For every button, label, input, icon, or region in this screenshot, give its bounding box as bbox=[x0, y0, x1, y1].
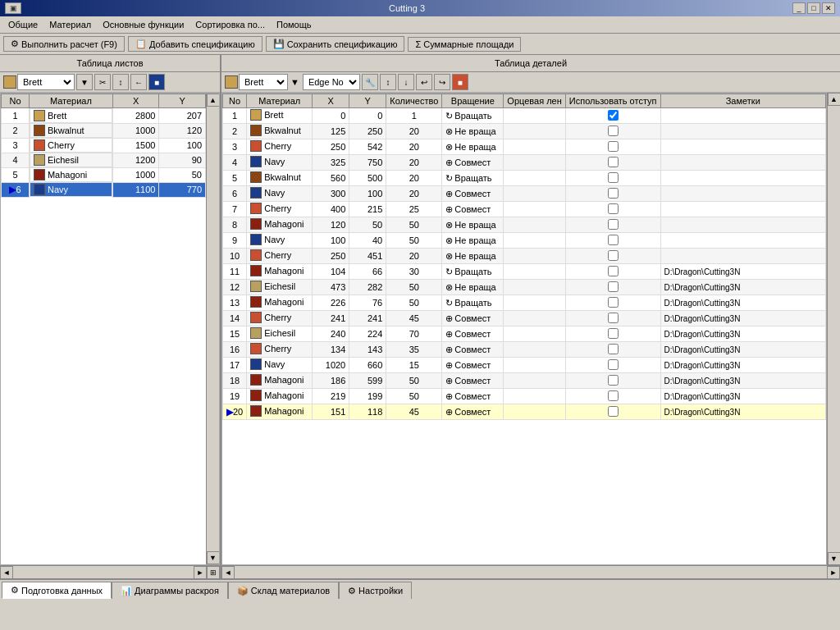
left-table-row[interactable]: 3 Cherry 1500 100 bbox=[2, 138, 206, 153]
summary-button[interactable]: Σ Суммарные площади bbox=[408, 37, 521, 52]
left-cell-y: 770 bbox=[159, 182, 206, 197]
right-cell-y: 66 bbox=[349, 264, 386, 280]
right-cell-indent[interactable] bbox=[565, 249, 660, 264]
left-sort[interactable]: ↕ bbox=[112, 74, 129, 90]
right-cell-indent[interactable] bbox=[565, 404, 660, 420]
right-table-row[interactable]: 2 Bkwalnut 125 250 20 ⊗ Не враща bbox=[223, 124, 826, 139]
right-table-row[interactable]: 4 Navy 325 750 20 ⊕ Совмест bbox=[223, 155, 826, 171]
tab-diagrams[interactable]: 📊 Диаграммы раскроя bbox=[112, 582, 228, 599]
menu-material[interactable]: Материал bbox=[44, 18, 96, 31]
right-cell-indent[interactable] bbox=[565, 358, 660, 373]
right-table-row[interactable]: 19 Mahagoni 219 199 50 ⊕ Совмест D:\Drag… bbox=[223, 389, 826, 404]
right-tool-5[interactable]: ↪ bbox=[434, 74, 450, 90]
right-table-row[interactable]: 14 Cherry 241 241 45 ⊕ Совмест D:\Dragon… bbox=[223, 311, 826, 326]
right-table-row[interactable]: 17 Navy 1020 660 15 ⊕ Совмест D:\Dragon\… bbox=[223, 358, 826, 373]
left-hscroll-left[interactable]: ◄ bbox=[0, 566, 13, 579]
menu-help[interactable]: Помощь bbox=[272, 18, 317, 31]
right-cell-indent[interactable] bbox=[565, 233, 660, 249]
right-cell-indent[interactable] bbox=[565, 202, 660, 217]
left-material-dropdown[interactable]: Brett bbox=[17, 74, 75, 90]
left-table-row[interactable]: 1 Brett 2800 207 bbox=[2, 108, 206, 124]
right-hscroll-left[interactable]: ◄ bbox=[221, 566, 235, 579]
right-cell-rotation: ⊕ Совмест bbox=[442, 326, 504, 342]
left-tool-3[interactable]: ← bbox=[130, 74, 147, 90]
rotation-icon: ⊗ bbox=[445, 282, 453, 293]
left-table-container[interactable]: No Материал X Y 1 Brett 2800 207 2 Bkwal… bbox=[0, 93, 220, 565]
right-cell-indent[interactable] bbox=[565, 171, 660, 186]
left-scroll-up[interactable]: ▲ bbox=[207, 94, 220, 107]
save-spec-button[interactable]: 💾 Сохранить спецификацию bbox=[266, 36, 405, 52]
right-table-row[interactable]: 5 Bkwalnut 560 500 20 ↻ Вращать bbox=[223, 171, 826, 186]
right-table-row[interactable]: 7 Cherry 400 215 25 ⊕ Совмест bbox=[223, 202, 826, 217]
left-table-row[interactable]: 2 Bkwalnut 1000 120 bbox=[2, 123, 206, 138]
right-table-row[interactable]: 3 Cherry 250 542 20 ⊗ Не враща bbox=[223, 139, 826, 155]
left-table-row[interactable]: 5 Mahagoni 1000 50 bbox=[2, 167, 206, 182]
right-cell-rotation: ⊗ Не враща bbox=[442, 233, 504, 249]
left-hscroll-right[interactable]: ► bbox=[194, 566, 207, 579]
left-tool-color[interactable]: ■ bbox=[148, 74, 165, 90]
left-tool-1[interactable]: ▼ bbox=[76, 74, 93, 90]
right-hscroll[interactable]: ◄ ► bbox=[221, 565, 840, 578]
right-cell-indent[interactable] bbox=[565, 264, 660, 280]
right-hscroll-right[interactable]: ► bbox=[827, 566, 840, 579]
menu-sort[interactable]: Сортировка по... bbox=[190, 18, 270, 31]
right-table-row[interactable]: 12 Eichesil 473 282 50 ⊗ Не враща D:\Dra… bbox=[223, 280, 826, 295]
right-cell-indent[interactable] bbox=[565, 295, 660, 311]
menu-functions[interactable]: Основные функции bbox=[98, 18, 189, 31]
right-cell-qty: 25 bbox=[386, 202, 442, 217]
right-table-row[interactable]: 6 Navy 300 100 20 ⊕ Совмест bbox=[223, 186, 826, 202]
left-hscroll[interactable]: ◄ ► ⊞ bbox=[0, 565, 220, 578]
right-cell-indent[interactable] bbox=[565, 139, 660, 155]
right-cell-indent[interactable] bbox=[565, 326, 660, 342]
add-spec-button[interactable]: 📋 Добавить спецификацию bbox=[128, 36, 262, 52]
right-cell-indent[interactable] bbox=[565, 342, 660, 358]
calc-icon: ⚙ bbox=[11, 39, 19, 49]
tab-data-prep[interactable]: ⚙ Подготовка данных bbox=[2, 582, 112, 599]
maximize-button[interactable]: □ bbox=[807, 2, 820, 14]
left-table-row[interactable]: ▶6 Navy 1100 770 bbox=[2, 182, 206, 197]
right-cell-indent[interactable] bbox=[565, 124, 660, 139]
right-cell-indent[interactable] bbox=[565, 155, 660, 171]
right-table-row[interactable]: 18 Mahagoni 186 599 50 ⊕ Совмест D:\Drag… bbox=[223, 373, 826, 389]
right-cell-edge bbox=[504, 139, 565, 155]
right-cell-indent[interactable] bbox=[565, 217, 660, 233]
right-table-row[interactable]: 11 Mahagoni 104 66 30 ↻ Вращать D:\Drago… bbox=[223, 264, 826, 280]
right-scroll-down[interactable]: ▼ bbox=[828, 552, 841, 565]
right-cell-material: Navy bbox=[247, 358, 313, 373]
right-cell-indent[interactable] bbox=[565, 311, 660, 326]
right-cell-y: 100 bbox=[349, 186, 386, 202]
right-cell-indent[interactable] bbox=[565, 373, 660, 389]
tab-warehouse[interactable]: 📦 Склад материалов bbox=[228, 582, 339, 599]
right-table-row[interactable]: 9 Navy 100 40 50 ⊗ Не враща bbox=[223, 233, 826, 249]
menu-general[interactable]: Общие bbox=[3, 18, 43, 31]
right-tool-1[interactable]: 🔧 bbox=[362, 74, 378, 90]
right-table-container[interactable]: No Материал X Y Количество Вращение Орце… bbox=[221, 93, 827, 565]
right-table-row[interactable]: 16 Cherry 134 143 35 ⊕ Совмест D:\Dragon… bbox=[223, 342, 826, 358]
right-cell-indent[interactable] bbox=[565, 108, 660, 124]
right-table-row[interactable]: 10 Cherry 250 451 20 ⊗ Не враща bbox=[223, 249, 826, 264]
left-table-row[interactable]: 4 Eichesil 1200 90 bbox=[2, 153, 206, 167]
left-resize[interactable]: ⊞ bbox=[207, 566, 220, 579]
right-table-row[interactable]: 13 Mahagoni 226 76 50 ↻ Вращать D:\Drago… bbox=[223, 295, 826, 311]
right-tool-3[interactable]: ↓ bbox=[398, 74, 414, 90]
right-cell-indent[interactable] bbox=[565, 186, 660, 202]
right-tool-color[interactable]: ■ bbox=[452, 74, 468, 90]
right-cell-indent[interactable] bbox=[565, 389, 660, 404]
left-tool-2[interactable]: ✂ bbox=[94, 74, 111, 90]
right-cell-indent[interactable] bbox=[565, 280, 660, 295]
right-table-row[interactable]: 15 Eichesil 240 224 70 ⊕ Совмест D:\Drag… bbox=[223, 326, 826, 342]
left-scroll-down[interactable]: ▼ bbox=[207, 551, 220, 564]
right-table-row[interactable]: 8 Mahagoni 120 50 50 ⊗ Не враща bbox=[223, 217, 826, 233]
right-table-row[interactable]: 1 Brett 0 0 1 ↻ Вращать bbox=[223, 108, 826, 124]
right-table-row[interactable]: ▶20 Mahagoni 151 118 45 ⊕ Совмест D:\Dra… bbox=[223, 404, 826, 420]
right-tool-2[interactable]: ↕ bbox=[380, 74, 396, 90]
right-material-dropdown[interactable]: Brett bbox=[239, 74, 288, 90]
calc-button[interactable]: ⚙ Выполнить расчет (F9) bbox=[3, 36, 125, 52]
right-tool-4[interactable]: ↩ bbox=[416, 74, 432, 90]
right-scroll-up[interactable]: ▲ bbox=[828, 93, 841, 106]
close-button[interactable]: ✕ bbox=[822, 2, 835, 14]
right-mat-name: Mahagoni bbox=[264, 219, 304, 229]
minimize-button[interactable]: _ bbox=[792, 2, 806, 14]
right-edge-dropdown[interactable]: Edge No 1 bbox=[303, 74, 360, 90]
tab-settings[interactable]: ⚙ Настройки bbox=[339, 582, 412, 599]
